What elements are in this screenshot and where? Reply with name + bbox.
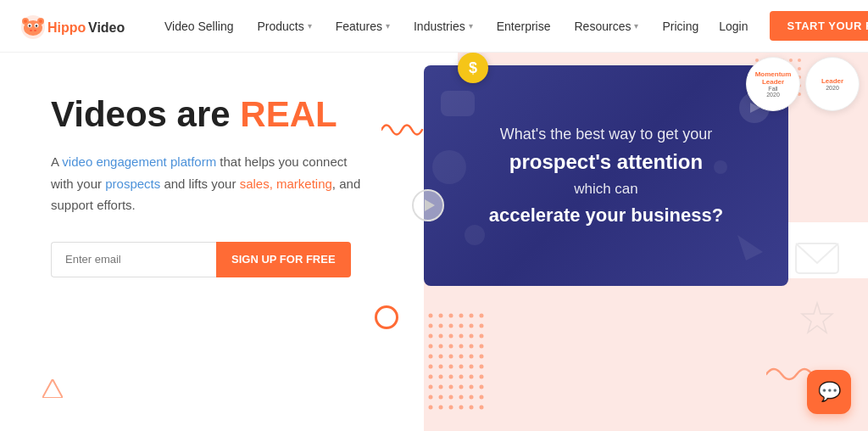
- dots-grid-bottom: [424, 309, 509, 423]
- chat-icon: 💬: [818, 381, 841, 403]
- svg-point-100: [439, 406, 443, 410]
- svg-point-52: [439, 324, 443, 328]
- svg-point-65: [449, 344, 453, 349]
- svg-text:Hippo: Hippo: [47, 20, 86, 35]
- dollar-coin-icon: $: [458, 53, 488, 83]
- hero-description: A video engagement platform that helps y…: [51, 151, 373, 216]
- email-form: SIGN UP FOR FREE: [51, 242, 390, 277]
- circle-decoration: [375, 305, 398, 329]
- nav-item-products[interactable]: Products ▾: [245, 0, 323, 53]
- svg-point-55: [470, 324, 474, 328]
- svg-point-87: [429, 385, 433, 389]
- svg-point-91: [470, 385, 474, 389]
- svg-point-72: [459, 355, 464, 359]
- svg-point-46: [439, 314, 443, 318]
- svg-point-4: [24, 20, 27, 23]
- svg-point-9: [36, 25, 37, 26]
- nav-item-features[interactable]: Features ▾: [324, 0, 402, 53]
- svg-point-61: [470, 334, 474, 339]
- nav-right: Login START YOUR FREE TRIAL: [710, 11, 868, 41]
- svg-point-67: [470, 344, 474, 349]
- nav-item-pricing[interactable]: Pricing: [650, 0, 710, 53]
- svg-point-78: [459, 365, 464, 369]
- svg-point-103: [470, 406, 474, 410]
- svg-point-93: [429, 395, 433, 400]
- svg-point-79: [470, 365, 474, 369]
- email-input[interactable]: [51, 242, 216, 277]
- trial-button[interactable]: START YOUR FREE TRIAL: [770, 11, 868, 41]
- svg-point-8: [29, 25, 31, 26]
- svg-point-63: [429, 344, 433, 349]
- svg-point-48: [459, 314, 464, 318]
- svg-point-81: [429, 375, 433, 379]
- svg-point-56: [480, 324, 484, 328]
- svg-point-66: [459, 344, 464, 349]
- svg-point-97: [470, 395, 474, 400]
- svg-point-80: [480, 365, 484, 369]
- leader-badge: Leader 2020: [805, 57, 860, 111]
- svg-point-60: [459, 334, 464, 339]
- nav-item-resources[interactable]: Resources ▾: [563, 0, 651, 53]
- svg-point-95: [449, 395, 453, 400]
- nav-item-enterprise[interactable]: Enterprise: [485, 0, 563, 53]
- svg-point-92: [480, 385, 484, 389]
- svg-point-102: [459, 406, 464, 410]
- svg-point-59: [449, 334, 453, 339]
- nav-item-video-selling[interactable]: Video Selling: [153, 0, 245, 53]
- svg-point-62: [480, 334, 484, 339]
- hero-right: // dots 5x5 grid: [424, 53, 868, 431]
- wave-decoration: [381, 120, 415, 137]
- svg-point-85: [470, 375, 474, 379]
- svg-point-10: [30, 30, 32, 31]
- svg-marker-14: [42, 379, 63, 398]
- svg-text:Video: Video: [88, 20, 125, 35]
- svg-point-77: [449, 365, 453, 369]
- svg-point-11: [34, 30, 36, 31]
- svg-rect-107: [441, 91, 475, 116]
- svg-point-49: [470, 314, 474, 318]
- svg-point-45: [429, 314, 433, 318]
- chevron-down-icon: ▾: [634, 21, 638, 31]
- svg-point-54: [459, 324, 464, 328]
- svg-point-64: [439, 344, 443, 349]
- hero-left: Videos are REAL A video engagement platf…: [0, 53, 424, 431]
- nav-links: Video Selling Products ▾ Features ▾ Indu…: [153, 0, 710, 53]
- chat-button[interactable]: 💬: [807, 370, 851, 414]
- svg-rect-111: [796, 243, 838, 273]
- svg-point-94: [439, 395, 443, 400]
- svg-point-90: [459, 385, 464, 389]
- svg-marker-112: [802, 303, 832, 333]
- svg-point-101: [449, 406, 453, 410]
- momentum-leader-badge: Momentum Leader Fall 2020: [746, 57, 800, 111]
- svg-point-69: [429, 355, 433, 359]
- navbar: Hippo Video Video Selling Products ▾ Fea…: [0, 0, 868, 53]
- chevron-down-icon: ▾: [308, 21, 312, 31]
- svg-point-84: [459, 375, 464, 379]
- badges-area: Momentum Leader Fall 2020 Leader 2020: [746, 57, 860, 111]
- svg-point-86: [480, 375, 484, 379]
- svg-point-47: [449, 314, 453, 318]
- svg-point-104: [480, 406, 484, 410]
- nav-item-industries[interactable]: Industries ▾: [402, 0, 485, 53]
- svg-point-5: [39, 20, 42, 23]
- video-card[interactable]: What's the best way to get your prospect…: [424, 65, 788, 286]
- svg-point-96: [459, 395, 464, 400]
- svg-point-58: [439, 334, 443, 339]
- chevron-down-icon: ▾: [469, 21, 473, 31]
- svg-point-50: [480, 314, 484, 318]
- svg-point-83: [449, 375, 453, 379]
- logo[interactable]: Hippo Video: [17, 10, 127, 42]
- svg-point-53: [449, 324, 453, 328]
- svg-point-74: [480, 355, 484, 359]
- login-button[interactable]: Login: [710, 20, 756, 33]
- svg-point-75: [429, 365, 433, 369]
- svg-point-73: [470, 355, 474, 359]
- signup-button[interactable]: SIGN UP FOR FREE: [216, 242, 351, 277]
- svg-point-57: [429, 334, 433, 339]
- hero-title: Videos are REAL: [51, 95, 390, 134]
- svg-point-99: [429, 406, 433, 410]
- svg-point-98: [480, 395, 484, 400]
- svg-point-89: [449, 385, 453, 389]
- svg-point-82: [439, 375, 443, 379]
- svg-point-110: [432, 150, 466, 184]
